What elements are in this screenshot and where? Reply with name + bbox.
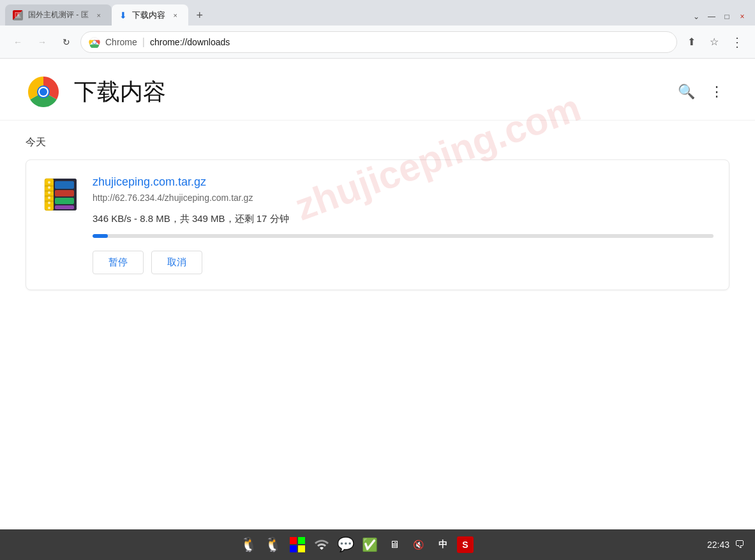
- close-button[interactable]: ×: [737, 11, 747, 22]
- svg-point-22: [48, 202, 50, 204]
- browser-menu-button[interactable]: ⋮: [727, 32, 747, 52]
- svg-rect-16: [55, 198, 74, 204]
- taskbar-sogou-icon[interactable]: S: [457, 536, 474, 553]
- refresh-button[interactable]: ↻: [56, 32, 77, 52]
- downloads-header: 下载内容 🔍 ⋮: [0, 59, 755, 121]
- taskbar-clock: 22:43: [707, 540, 729, 550]
- taskbar-check-icon[interactable]: ✅: [360, 534, 380, 555]
- download-info: zhujiceping.com.tar.gz http://62.76.234.…: [93, 175, 714, 274]
- download-status: 346 KB/s - 8.8 MB，共 349 MB，还剩 17 分钟: [93, 213, 714, 225]
- taskbar-mute-icon[interactable]: 🔇: [408, 534, 429, 555]
- svg-point-18: [48, 181, 50, 184]
- svg-point-19: [48, 186, 50, 189]
- tab1-label: 国外主机测评 - 匡: [28, 10, 89, 20]
- chrome-logo-icon: [89, 36, 100, 48]
- taskbar-qq1-icon[interactable]: 🐧: [239, 534, 259, 555]
- svg-rect-27: [298, 545, 305, 552]
- titlebar: 匡 国外主机测评 - 匡 × ⬇ 下载内容 × + ⌄ — □ ×: [0, 0, 755, 26]
- bookmark-button[interactable]: ☆: [704, 32, 724, 52]
- tab-2[interactable]: ⬇ 下载内容 ×: [112, 4, 188, 26]
- taskbar-right: 22:43 🗨: [707, 539, 745, 550]
- page-title: 下载内容: [74, 77, 673, 108]
- section-today-label: 今天: [0, 121, 755, 159]
- svg-rect-25: [298, 537, 305, 544]
- svg-point-23: [48, 207, 50, 209]
- share-button[interactable]: ⬆: [681, 32, 701, 52]
- taskbar: 🐧 🐧 💬 ✅ 🖥 🔇 中: [0, 529, 755, 560]
- svg-rect-24: [290, 537, 297, 544]
- svg-point-20: [48, 191, 50, 194]
- pause-button[interactable]: 暂停: [93, 251, 144, 274]
- file-icon-container: [41, 175, 80, 214]
- window-controls: ⌄ — □ ×: [691, 11, 755, 26]
- svg-point-5: [40, 88, 47, 96]
- svg-point-1: [93, 40, 96, 43]
- toolbar-actions: ⬆ ☆ ⋮: [681, 32, 747, 52]
- download-tab-icon: ⬇: [119, 10, 127, 20]
- svg-rect-17: [55, 205, 74, 209]
- cancel-button[interactable]: 取消: [151, 251, 202, 274]
- winrar-file-icon: [42, 176, 79, 213]
- taskbar-qq2-icon[interactable]: 🐧: [263, 534, 283, 555]
- tab2-label: 下载内容: [132, 10, 165, 21]
- file-name-link[interactable]: zhujiceping.com.tar.gz: [93, 175, 714, 189]
- minimize-button[interactable]: —: [706, 11, 717, 22]
- taskbar-wifi-icon[interactable]: [311, 534, 332, 555]
- taskbar-device-icon[interactable]: 🖥: [384, 534, 405, 555]
- notification-button[interactable]: 🗨: [735, 539, 745, 550]
- search-button[interactable]: 🔍: [673, 79, 699, 105]
- address-url: chrome://downloads: [150, 37, 230, 47]
- toolbar: ← → ↻ Chrome | chrome://downloads ⬆ ☆ ⋮: [0, 26, 755, 59]
- more-icon: ⋮: [710, 84, 724, 100]
- forward-button[interactable]: →: [32, 32, 52, 52]
- more-options-button[interactable]: ⋮: [704, 79, 729, 105]
- tab-1[interactable]: 匡 国外主机测评 - 匡 ×: [5, 4, 112, 26]
- taskbar-icons: 🐧 🐧 💬 ✅ 🖥 🔇 中: [10, 534, 702, 555]
- progress-bar-fill: [93, 234, 108, 238]
- chrome-logo-large-icon: [26, 74, 61, 110]
- svg-rect-15: [55, 190, 74, 196]
- downloads-page: zhujiceping.com 下载内容 🔍 ⋮ 今天: [0, 59, 755, 529]
- tab2-close[interactable]: ×: [170, 10, 181, 20]
- address-bar[interactable]: Chrome | chrome://downloads: [80, 31, 677, 53]
- header-actions: 🔍 ⋮: [673, 79, 729, 105]
- svg-rect-26: [290, 545, 297, 552]
- taskbar-color-icon[interactable]: [287, 534, 308, 555]
- svg-rect-14: [55, 181, 74, 189]
- progress-bar: [93, 234, 714, 238]
- taskbar-wechat-icon[interactable]: 💬: [336, 534, 356, 555]
- search-icon: 🔍: [678, 84, 695, 100]
- new-tab-button[interactable]: +: [191, 6, 209, 24]
- taskbar-input-icon[interactable]: 中: [433, 534, 453, 555]
- file-url: http://62.76.234.4/zhujiceping.com.tar.g…: [93, 193, 714, 203]
- address-label: Chrome: [105, 37, 137, 47]
- maximize-button[interactable]: □: [722, 11, 732, 22]
- download-item: zhujiceping.com.tar.gz http://62.76.234.…: [26, 159, 729, 290]
- back-button[interactable]: ←: [8, 32, 28, 52]
- svg-point-21: [48, 196, 50, 199]
- download-actions: 暂停 取消: [93, 251, 714, 274]
- chevron-down-icon[interactable]: ⌄: [691, 11, 701, 22]
- tab1-close[interactable]: ×: [94, 10, 104, 20]
